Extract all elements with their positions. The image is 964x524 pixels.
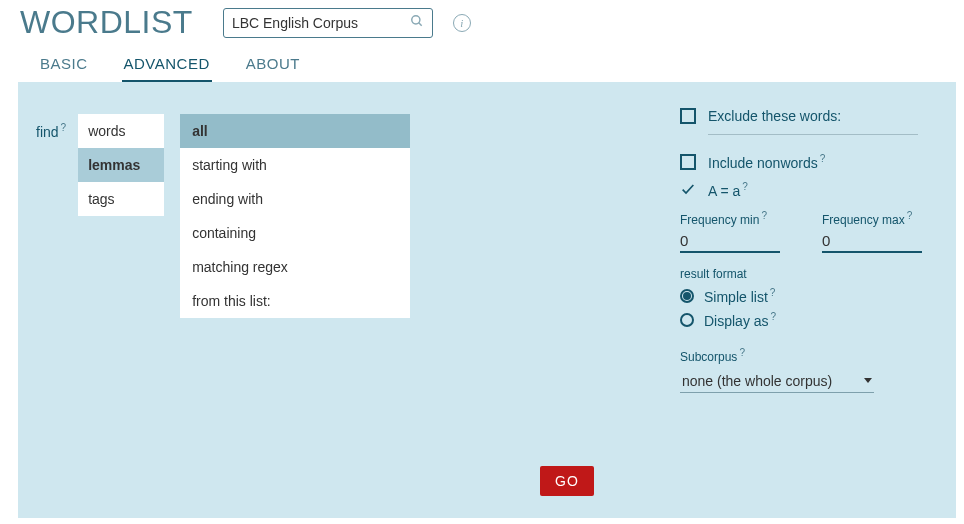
help-icon[interactable]: ?	[761, 210, 767, 221]
filter-from-list[interactable]: from this list:	[180, 284, 410, 318]
radio-display-as-label: Display as?	[704, 311, 776, 329]
divider	[708, 134, 918, 135]
radio-simple-list-label: Simple list?	[704, 287, 775, 305]
freq-min-input[interactable]	[680, 227, 780, 253]
help-icon[interactable]: ?	[61, 122, 67, 133]
search-icon[interactable]	[410, 14, 424, 31]
help-icon[interactable]: ?	[771, 311, 777, 322]
subcorpus-label: Subcorpus?	[680, 347, 950, 364]
freq-max-input[interactable]	[822, 227, 922, 253]
filter-option-list: all starting with ending with containing…	[180, 114, 410, 318]
chevron-down-icon	[864, 378, 872, 383]
svg-point-0	[412, 16, 420, 24]
tabs: BASIC ADVANCED ABOUT	[0, 43, 964, 82]
filter-ending-with[interactable]: ending with	[180, 182, 410, 216]
help-icon[interactable]: ?	[742, 181, 748, 192]
find-label: find?	[36, 114, 66, 140]
filter-containing[interactable]: containing	[180, 216, 410, 250]
result-format-label: result format	[680, 267, 950, 281]
filter-all[interactable]: all	[180, 114, 410, 148]
corpus-field[interactable]	[223, 8, 433, 38]
filter-starting-with[interactable]: starting with	[180, 148, 410, 182]
exclude-label: Exclude these words:	[708, 108, 841, 124]
svg-line-1	[419, 23, 422, 26]
subcorpus-select[interactable]: none (the whole corpus)	[680, 370, 874, 393]
freq-min-label: Frequency min?	[680, 210, 788, 227]
tab-about[interactable]: ABOUT	[244, 49, 302, 82]
find-group-tags[interactable]: tags	[78, 182, 164, 216]
tab-basic[interactable]: BASIC	[38, 49, 90, 82]
nonwords-label: Include nonwords?	[708, 153, 825, 171]
tab-advanced[interactable]: ADVANCED	[122, 49, 212, 82]
subcorpus-value: none (the whole corpus)	[682, 373, 832, 389]
help-icon[interactable]: ?	[739, 347, 745, 358]
corpus-input[interactable]	[232, 15, 410, 31]
radio-display-as[interactable]	[680, 313, 694, 327]
case-checkbox[interactable]	[680, 181, 696, 197]
help-icon[interactable]: ?	[770, 287, 776, 298]
exclude-checkbox[interactable]	[680, 108, 696, 124]
panel: find? words lemmas tags all starting wit…	[18, 82, 956, 518]
nonwords-checkbox[interactable]	[680, 154, 696, 170]
freq-max-label: Frequency max?	[822, 210, 930, 227]
find-group-words[interactable]: words	[78, 114, 164, 148]
filter-matching-regex[interactable]: matching regex	[180, 250, 410, 284]
help-icon[interactable]: ?	[820, 153, 826, 164]
page-title: WORDLIST	[20, 4, 193, 41]
info-icon[interactable]: i	[453, 14, 471, 32]
case-label: A = a?	[708, 181, 748, 199]
find-group-list: words lemmas tags	[78, 114, 164, 216]
go-button[interactable]: GO	[540, 466, 594, 496]
radio-simple-list[interactable]	[680, 289, 694, 303]
help-icon[interactable]: ?	[907, 210, 913, 221]
find-group-lemmas[interactable]: lemmas	[78, 148, 164, 182]
